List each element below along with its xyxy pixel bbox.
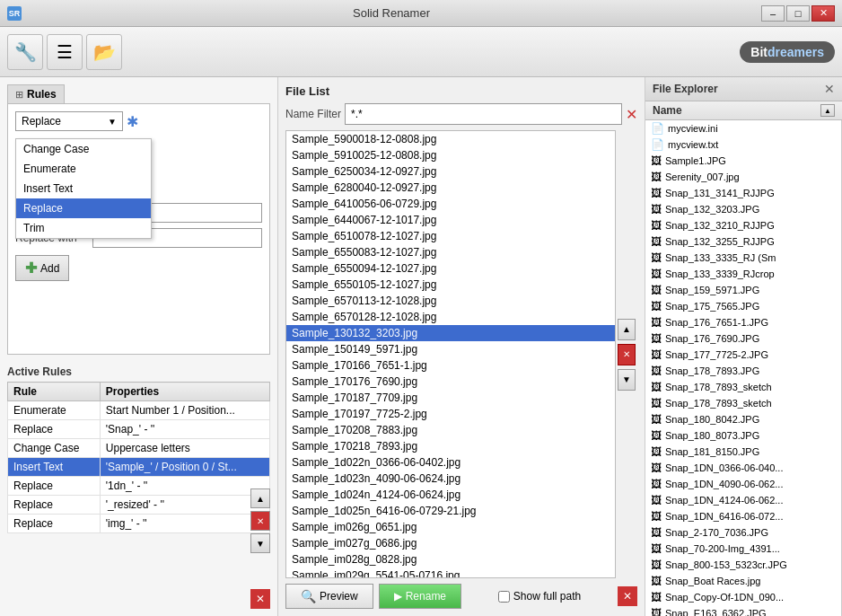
close-button[interactable]: ✕ — [811, 5, 835, 22]
explorer-item[interactable]: 🖼Snap_133_3339_RJcrop — [645, 266, 841, 282]
file-item[interactable]: Sample_6250034-12-0927.jpg — [286, 163, 615, 180]
file-item[interactable]: Sample_170176_7690.jpg — [286, 374, 615, 390]
rule-row[interactable]: Replace'1dn_' - '' — [8, 477, 270, 496]
file-item[interactable]: Sample_1d022n_0366-06-0402.jpg — [286, 454, 615, 471]
dropdown-item-enumerate[interactable]: Enumerate — [16, 159, 151, 179]
file-item[interactable]: Sample_6550083-12-1027.jpg — [286, 244, 615, 260]
explorer-item[interactable]: 🖼Snap_178_7893_sketch — [645, 379, 841, 395]
explorer-item[interactable]: 🖼Snap_Boat Races.jpg — [645, 573, 841, 589]
name-filter-input[interactable] — [345, 103, 622, 125]
file-item[interactable]: Sample_6550105-12-1027.jpg — [286, 277, 615, 293]
dropdown-item-insert-text[interactable]: Insert Text — [16, 179, 151, 198]
minimize-button[interactable]: – — [761, 5, 785, 22]
file-item[interactable]: Sample_6570113-12-1028.jpg — [286, 293, 615, 309]
delete-rule-button[interactable]: ✕ — [250, 511, 270, 531]
explorer-item[interactable]: 🖼Snap_178_7893.JPG — [645, 363, 841, 379]
explorer-item[interactable]: 🖼Snap_1DN_4124-06-062... — [645, 492, 841, 508]
col-scroll-up[interactable]: ▲ — [820, 104, 835, 117]
explorer-item[interactable]: 🖼Snap_180_8073.JPG — [645, 427, 841, 444]
file-item[interactable]: Sample_1d024n_4124-06-0624.jpg — [286, 487, 615, 503]
show-full-path-checkbox[interactable] — [498, 591, 510, 603]
file-list-container[interactable]: Sample_5900018-12-0808.jpgSample_5910025… — [285, 130, 616, 578]
add-button[interactable]: ✚ Add — [15, 255, 69, 281]
rule-row[interactable]: EnumerateStart Number 1 / Position... — [8, 401, 270, 420]
explorer-item[interactable]: 🖼Snap_181_8150.JPG — [645, 444, 841, 460]
list-button[interactable]: ☰ — [47, 34, 83, 70]
explorer-item[interactable]: 🖼Snap_131_3141_RJJPG — [645, 185, 841, 201]
explorer-item[interactable]: 🖼Snap_176_7651-1.JPG — [645, 314, 841, 330]
rule-row[interactable]: Change CaseUppercase letters — [8, 439, 270, 458]
rename-button[interactable]: ▶ Rename — [379, 584, 461, 609]
file-item[interactable]: Sample_6510078-12-1027.jpg — [286, 228, 615, 244]
file-item[interactable]: Sample_im029g_5541-05-0716.jpg — [286, 568, 615, 578]
explorer-item[interactable]: 📄mycview.ini — [645, 120, 841, 136]
file-item[interactable]: Sample_6550094-12-1027.jpg — [286, 260, 615, 277]
explorer-item[interactable]: 🖼Snap_1DN_6416-06-072... — [645, 508, 841, 524]
clear-all-button[interactable]: ✕ — [250, 589, 270, 609]
rule-row[interactable]: Replace'img_' - '' — [8, 515, 270, 533]
file-item[interactable]: Sample_6570128-12-1028.jpg — [286, 309, 615, 325]
wildcard-button[interactable]: ✱ — [127, 113, 138, 130]
file-item[interactable]: Sample_170208_7883.jpg — [286, 422, 615, 438]
explorer-item[interactable]: 🖼Snap_800-153_5323cr.JPG — [645, 557, 841, 573]
explorer-item[interactable]: 🖼Sample1.JPG — [645, 153, 841, 169]
file-list: Sample_5900018-12-0808.jpgSample_5910025… — [286, 131, 615, 578]
explorer-item[interactable]: 📄mycview.txt — [645, 136, 841, 153]
file-item[interactable]: Sample_6410056-06-0729.jpg — [286, 196, 615, 212]
explorer-item[interactable]: 🖼Snap_70-200-Img_4391... — [645, 541, 841, 557]
file-item[interactable]: Sample_1d023n_4090-06-0624.jpg — [286, 471, 615, 487]
explorer-item[interactable]: 🖼Snap_1DN_0366-06-040... — [645, 460, 841, 476]
explorer-close-button[interactable]: ✕ — [824, 82, 835, 96]
folder-button[interactable]: 📂 — [86, 34, 122, 70]
dropdown-item-replace[interactable]: Replace — [16, 198, 151, 218]
explorer-item[interactable]: 🖼Snap_177_7725-2.JPG — [645, 347, 841, 363]
explorer-item[interactable]: 🖼Snap_E163_6362.JPG — [645, 605, 841, 616]
file-item[interactable]: Sample_im026g_0651.jpg — [286, 519, 615, 535]
explorer-list[interactable]: 📄mycview.ini📄mycview.txt🖼Sample1.JPG🖼Ser… — [645, 120, 842, 616]
scroll-down-button[interactable]: ▼ — [618, 369, 636, 391]
scroll-up-button[interactable]: ▲ — [618, 319, 636, 340]
file-item[interactable]: Sample_6280040-12-0927.jpg — [286, 180, 615, 196]
explorer-item[interactable]: 🖼Snap_175_7565.JPG — [645, 298, 841, 314]
move-up-button[interactable]: ▲ — [250, 488, 270, 508]
explorer-file-name: Snap_159_5971.JPG — [665, 285, 759, 295]
explorer-item[interactable]: 🖼Snap_132_3203.JPG — [645, 201, 841, 217]
explorer-item[interactable]: 🖼Snap_Copy-Of-1DN_090... — [645, 589, 841, 605]
preview-button[interactable]: 🔍 Preview — [285, 584, 373, 609]
dropdown-item-trim[interactable]: Trim — [16, 218, 151, 238]
file-item[interactable]: Sample_130132_3203.jpg — [286, 325, 615, 341]
explorer-item[interactable]: 🖼Snap_159_5971.JPG — [645, 282, 841, 298]
settings-button[interactable]: 🔧 — [7, 34, 43, 70]
file-item[interactable]: Sample_5910025-12-0808.jpg — [286, 147, 615, 163]
file-item[interactable]: Sample_170197_7725-2.jpg — [286, 406, 615, 422]
file-item[interactable]: Sample_5900018-12-0808.jpg — [286, 131, 615, 147]
clear-filter-button[interactable]: ✕ — [626, 106, 637, 123]
rule-type-dropdown[interactable]: Replace ▼ — [15, 111, 123, 131]
explorer-item[interactable]: 🖼Snap_132_3255_RJJPG — [645, 233, 841, 250]
clear-file-list-button[interactable]: ✕ — [618, 586, 637, 606]
remove-file-button[interactable]: ✕ — [618, 344, 636, 365]
rule-row[interactable]: Replace'Snap_' - '' — [8, 420, 270, 439]
move-down-button[interactable]: ▼ — [250, 533, 270, 553]
explorer-item[interactable]: 🖼Serenity_007.jpg — [645, 169, 841, 185]
dropdown-item-change-case[interactable]: Change Case — [16, 139, 151, 159]
explorer-item[interactable]: 🖼Snap_178_7893_sketch — [645, 395, 841, 411]
explorer-item[interactable]: 🖼Snap_2-170_7036.JPG — [645, 524, 841, 541]
explorer-item[interactable]: 🖼Snap_132_3210_RJJPG — [645, 217, 841, 233]
file-item[interactable]: Sample_150149_5971.jpg — [286, 341, 615, 357]
maximize-button[interactable]: □ — [786, 5, 810, 22]
explorer-item[interactable]: 🖼Snap_180_8042.JPG — [645, 411, 841, 427]
file-item[interactable]: Sample_im027g_0686.jpg — [286, 535, 615, 551]
file-item[interactable]: Sample_170166_7651-1.jpg — [286, 357, 615, 374]
explorer-item[interactable]: 🖼Snap_133_3335_RJ (Sm — [645, 250, 841, 266]
file-item[interactable]: Sample_1d025n_6416-06-0729-21.jpg — [286, 503, 615, 519]
file-item[interactable]: Sample_170218_7893.jpg — [286, 438, 615, 454]
rule-row[interactable]: Insert Text'Sample_' / Position 0 / St..… — [8, 458, 270, 477]
rules-tab-header[interactable]: ⊞ Rules — [7, 84, 65, 104]
file-item[interactable]: Sample_6440067-12-1017.jpg — [286, 212, 615, 228]
explorer-item[interactable]: 🖼Snap_1DN_4090-06-062... — [645, 476, 841, 492]
file-item[interactable]: Sample_170187_7709.jpg — [286, 390, 615, 406]
rule-row[interactable]: Replace'_resized' - '' — [8, 496, 270, 515]
file-item[interactable]: Sample_im028g_0828.jpg — [286, 551, 615, 568]
explorer-item[interactable]: 🖼Snap_176_7690.JPG — [645, 330, 841, 347]
